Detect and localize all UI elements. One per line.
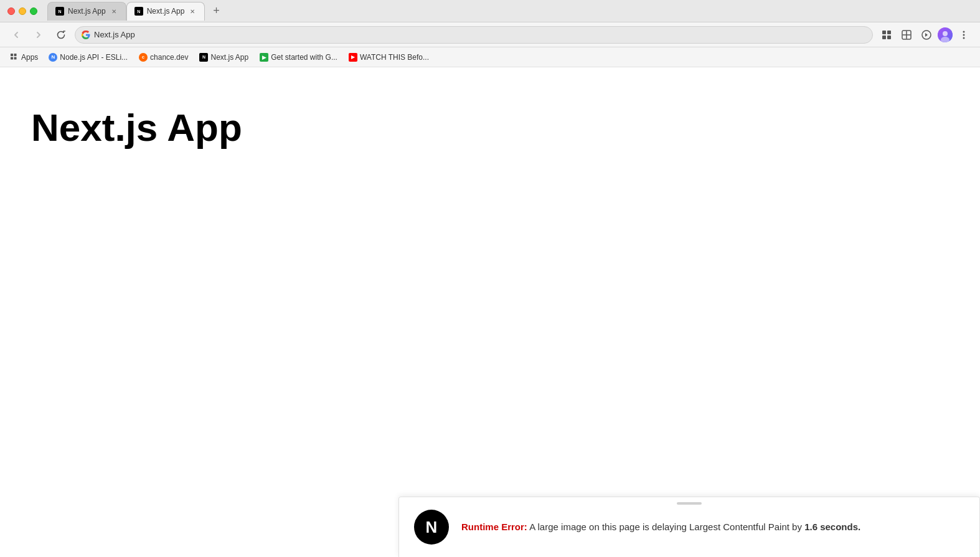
tab-label-1: Next.js App (68, 7, 106, 16)
error-bold-text: 1.6 seconds. (804, 521, 860, 532)
apps-grid-icon (10, 53, 19, 62)
svg-rect-13 (14, 54, 17, 56)
bookmark-label-2: chance.dev (150, 53, 188, 62)
svg-rect-12 (11, 54, 13, 56)
bookmark-favicon-1: N (49, 53, 57, 62)
svg-rect-14 (11, 57, 13, 59)
bookmark-item-3[interactable]: N Next.js App (195, 51, 253, 64)
bookmark-item-2[interactable]: c chance.dev (134, 51, 192, 64)
back-button[interactable] (7, 26, 25, 44)
next-logo-icon: N (426, 518, 438, 537)
bookmark-item-5[interactable]: ▶ WATCH THIS Befo... (344, 51, 433, 64)
minimize-button[interactable] (19, 7, 26, 15)
tab-bar: N Next.js App ✕ N Next.js App ✕ + (47, 2, 973, 21)
traffic-lights (7, 7, 37, 15)
title-bar: N Next.js App ✕ N Next.js App ✕ + (0, 0, 980, 22)
bookmark-label-1: Node.js API - ESLi... (60, 53, 128, 62)
extension-icon-2[interactable] (898, 26, 915, 44)
extension-icon-1[interactable] (878, 26, 895, 44)
bookmark-favicon-4: ▶ (260, 53, 268, 62)
svg-point-9 (963, 31, 965, 32)
error-label: Runtime Error: (461, 521, 527, 532)
page-heading: Next.js App (0, 67, 980, 151)
svg-rect-2 (882, 36, 886, 39)
bookmark-label-3: Next.js App (210, 53, 248, 62)
error-message-text: A large image on this page is delaying L… (527, 521, 804, 532)
apps-label: Apps (21, 53, 38, 62)
tab-label-2: Next.js App (147, 7, 185, 16)
bookmark-favicon-2: c (139, 53, 148, 62)
browser-tab-1[interactable]: N Next.js App ✕ (47, 2, 126, 21)
new-tab-button[interactable]: + (207, 2, 225, 20)
bookmark-favicon-3: N (199, 53, 208, 62)
bookmark-item-1[interactable]: N Node.js API - ESLi... (44, 51, 132, 64)
drag-handle (677, 502, 702, 505)
bookmark-favicon-5: ▶ (349, 53, 357, 62)
svg-rect-1 (887, 31, 891, 34)
svg-rect-3 (887, 36, 891, 39)
bookmark-apps[interactable]: Apps (6, 51, 42, 64)
maximize-button[interactable] (30, 7, 37, 15)
svg-point-10 (963, 34, 965, 36)
error-icon-container: N (414, 510, 449, 545)
tab-close-2[interactable]: ✕ (188, 7, 197, 16)
forward-button[interactable] (30, 26, 47, 44)
svg-rect-0 (882, 31, 886, 34)
nav-right-icons (878, 26, 973, 44)
bookmarks-bar: Apps N Node.js API - ESLi... c chance.de… (0, 47, 980, 67)
browser-tab-2[interactable]: N Next.js App ✕ (126, 2, 205, 21)
address-text: Next.js App (94, 30, 866, 39)
page-content: Next.js App N Runtime Error: A large ima… (0, 67, 980, 557)
extension-icon-3[interactable] (918, 26, 935, 44)
svg-point-7 (943, 31, 948, 36)
address-bar[interactable]: Next.js App (75, 26, 873, 44)
google-icon (82, 31, 90, 39)
svg-point-11 (963, 37, 965, 39)
close-button[interactable] (7, 7, 15, 15)
tab-favicon-1: N (55, 7, 64, 16)
error-overlay: N Runtime Error: A large image on this p… (398, 497, 980, 557)
profile-avatar[interactable] (938, 27, 953, 42)
bookmark-item-4[interactable]: ▶ Get started with G... (255, 51, 342, 64)
reload-button[interactable] (52, 26, 70, 44)
bookmark-label-4: Get started with G... (271, 53, 337, 62)
nav-bar: Next.js App (0, 22, 980, 47)
menu-button[interactable] (955, 26, 973, 44)
svg-rect-15 (14, 57, 17, 59)
bookmark-label-5: WATCH THIS Befo... (360, 53, 429, 62)
tab-close-1[interactable]: ✕ (110, 7, 118, 16)
error-message: Runtime Error: A large image on this pag… (461, 520, 860, 535)
tab-favicon-2: N (134, 7, 143, 16)
